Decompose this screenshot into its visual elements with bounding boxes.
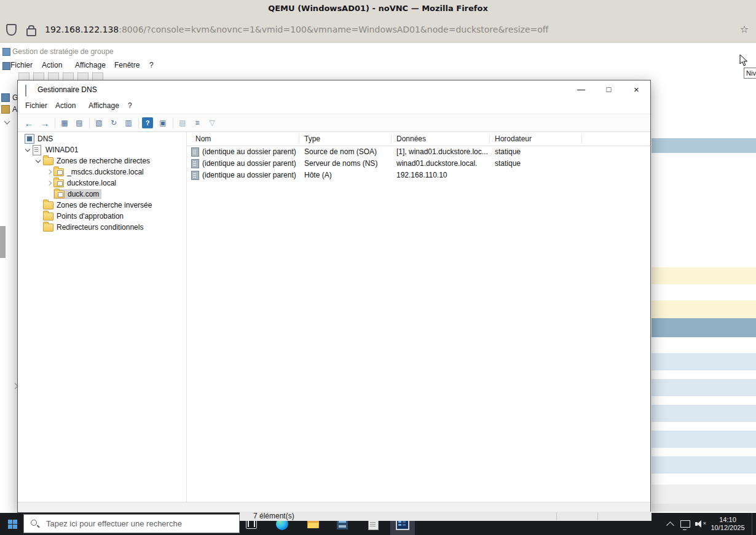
show-tree-icon[interactable]: ▦ [58,117,71,129]
panel-footer [652,485,756,504]
forward-icon[interactable]: → [39,117,51,129]
taskbar-search[interactable] [23,514,240,533]
clock-date: 10/12/2025 [711,524,744,532]
column-separator[interactable] [299,134,299,144]
hidden-icons-button[interactable] [664,513,676,535]
taskbar-clock[interactable]: 14:10 10/12/2025 [707,513,749,535]
dns-records-pane: Nom Type Données Horodateur (identique a… [187,132,651,504]
gpmc-right-panel [652,43,756,522]
search-input[interactable] [45,518,232,529]
chevron-down-icon[interactable] [34,157,43,165]
show-desktop-button[interactable] [752,513,756,535]
column-separator[interactable] [489,134,490,144]
clock-time: 14:10 [719,516,736,524]
volume-tray-button[interactable]: × [693,513,708,535]
dns-titlebar[interactable]: Gestionnaire DNS — □ × [18,80,650,99]
mouse-cursor [739,54,748,69]
tree-item-msdcs-zone[interactable]: _msdcs.duckstore.local [18,166,186,178]
minimize-button[interactable]: — [567,80,595,99]
gpmc-menu-fichier[interactable]: Fichier [10,61,33,69]
toolbar-separator [138,118,139,128]
new-record-icon[interactable]: ▧ [93,117,105,129]
chevron-right-icon[interactable] [45,179,53,187]
panel-row [652,431,756,448]
gpmc-tree-fragment[interactable]: G [1,93,18,102]
panel-row [652,405,756,422]
record-icon [191,159,199,168]
maximize-button[interactable]: □ [595,80,623,99]
chevron-right-icon[interactable] [45,168,53,176]
table-row[interactable]: (identique au dossier parent) Hôte (A) 1… [187,170,651,181]
lock-icon[interactable] [26,28,36,36]
chevron-placeholder [34,212,43,221]
back-icon[interactable]: ← [23,117,35,129]
chevron-down-icon[interactable] [24,146,33,154]
properties-icon[interactable]: ▤ [73,117,85,129]
records-header-row: Nom Type Données Horodateur [187,132,651,146]
cell-horodateur: statique [495,159,521,168]
add-column-icon[interactable]: ▤ [176,117,189,129]
start-button[interactable] [0,513,25,535]
dns-menu-action[interactable]: Action [55,101,76,110]
cell-type: Serveur de noms (NS) [304,159,377,168]
table-row[interactable]: (identique au dossier parent) Serveur de… [187,158,651,170]
column-header-donnees[interactable]: Données [396,135,426,143]
toolbar-separator [55,118,55,128]
status-item-count: 7 élément(s) [253,512,294,520]
dns-menu-help[interactable]: ? [128,101,132,110]
bookmark-star-icon[interactable]: ☆ [740,23,749,36]
panel-row [652,456,756,474]
refresh-icon[interactable]: ↻ [108,117,120,129]
cell-nom: (identique au dossier parent) [202,159,296,168]
tracking-protection-shield-icon[interactable] [6,24,17,36]
chevron-down-icon[interactable] [4,119,10,125]
table-row[interactable]: (identique au dossier parent) Source de … [187,146,651,158]
browser-urlbar[interactable]: 192.168.122.138:8006/?console=kvm&novnc=… [0,16,756,44]
tree-item-duckstore-zone[interactable]: duckstore.local [18,178,186,189]
volume-muted-x: × [703,520,706,526]
dns-status-bar [18,502,650,512]
network-tray-button[interactable] [679,513,692,535]
tree-item-dns-root[interactable]: DNS [18,133,186,144]
column-header-horodateur[interactable]: Horodateur [495,135,532,143]
list-view-icon[interactable]: ≡ [191,117,203,129]
chevron-placeholder [45,190,53,198]
url-text[interactable]: 192.168.122.138:8006/?console=kvm&novnc=… [45,25,548,34]
tree-item-winad01[interactable]: WINAD01 [18,144,186,155]
tree-item-reverse-zones[interactable]: Zones de recherche inversée [18,200,186,211]
console-window-icon[interactable]: ▣ [157,117,169,129]
tree-item-forward-zones[interactable]: Zones de recherche directes [18,155,186,166]
gpmc-window-title: Gestion de stratégie de groupe [12,47,114,56]
dns-window-title: Gestionnaire DNS [37,85,97,94]
column-header-type[interactable]: Type [304,135,320,143]
browser-titlebar: QEMU (WindowsAD01) - noVNC — Mozilla Fir… [0,0,756,16]
gpmc-menu-help[interactable]: ? [149,61,154,69]
gpmc-window-icon [2,62,10,70]
dns-toolbar: ← → ▦ ▤ ▧ ↻ ▥ ? ▣ ▤ ≡ ▽ [18,114,650,132]
scrollbar-thumb[interactable] [0,226,6,258]
export-list-icon[interactable]: ▥ [122,117,135,129]
gpmc-menubar: Fichier Action Affichage Fenêtre ? [0,59,756,72]
tree-item-label: Zones de recherche directes [57,157,150,165]
tree-item-label: duck.com [68,190,99,198]
tree-item-conditional-forwarders[interactable]: Redirecteurs conditionnels [18,222,186,233]
close-button[interactable]: × [623,80,650,99]
gpmc-menu-action[interactable]: Action [42,61,62,69]
cell-type: Source de nom (SOA) [304,147,377,156]
dns-menu-affichage[interactable]: Affichage [89,101,119,110]
help-icon[interactable]: ? [142,117,153,128]
zone-icon [53,179,64,187]
column-header-nom[interactable]: Nom [195,135,211,143]
column-separator[interactable] [581,134,582,144]
tree-item-duck-com-zone[interactable]: duck.com [18,189,186,200]
filter-icon[interactable]: ▽ [206,117,218,129]
network-icon [680,520,690,528]
tree-item-trust-points[interactable]: Points d'approbation [18,211,186,222]
column-separator[interactable] [391,134,392,144]
gpmc-node-icon [1,105,10,114]
dns-menu-fichier[interactable]: Fichier [25,101,47,110]
gpmc-menu-fenetre[interactable]: Fenêtre [114,61,140,69]
gpmc-menu-affichage[interactable]: Affichage [75,61,106,69]
folder-icon [43,224,53,232]
gpmc-tree-fragment[interactable]: A [1,105,17,114]
